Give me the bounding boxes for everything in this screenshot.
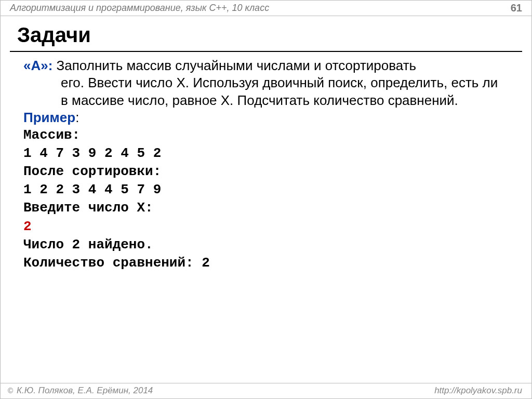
example-line: После сортировки: [23, 163, 509, 181]
example-colon: : [75, 110, 79, 125]
task-text-first: Заполнить массив случайными числами и от… [57, 58, 417, 73]
task-text-rest: его. Ввести число X. Используя двоичный … [23, 74, 509, 109]
example-label: Пример [23, 110, 75, 125]
copyright-text: К.Ю. Поляков, Е.А. Ерёмин, 2014 [14, 385, 153, 395]
example-heading: Пример: [23, 109, 509, 126]
copyright-icon: © [8, 387, 14, 395]
page-number: 61 [511, 2, 522, 14]
example-line: Введите число X: [23, 199, 509, 217]
slide: Алгоритмизация и программирование, язык … [0, 0, 532, 399]
page-title: Задачи [1, 16, 531, 51]
example-line: Массив: [23, 126, 509, 144]
example-line: 1 2 2 3 4 4 5 7 9 [23, 181, 509, 199]
footer-url: http://kpolyakov.spb.ru [434, 385, 522, 396]
example-line: 1 4 7 3 9 2 4 5 2 [23, 144, 509, 163]
course-title: Алгоритмизация и программирование, язык … [10, 3, 269, 14]
example-line: Число 2 найдено. [23, 236, 509, 254]
example-line: Количество сравнений: 2 [23, 254, 509, 272]
footer-bar: © К.Ю. Поляков, Е.А. Ерёмин, 2014 http:/… [1, 383, 531, 398]
example-output: Массив: 1 4 7 3 9 2 4 5 2 После сортиров… [23, 126, 509, 272]
task-block: «A»: Заполнить массив случайными числами… [23, 57, 509, 109]
example-line-input: 2 [23, 218, 509, 236]
slide-body: «A»: Заполнить массив случайными числами… [1, 52, 531, 272]
copyright: © К.Ю. Поляков, Е.А. Ерёмин, 2014 [8, 385, 153, 396]
header-bar: Алгоритмизация и программирование, язык … [1, 1, 531, 16]
task-label: «A»: [23, 58, 52, 73]
